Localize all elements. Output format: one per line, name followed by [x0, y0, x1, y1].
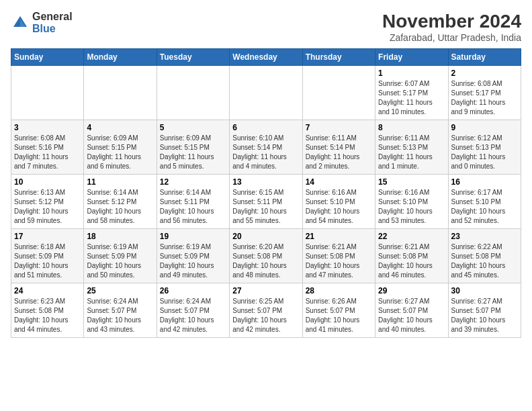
day-number: 5	[160, 123, 226, 132]
page-title: November 2024	[382, 11, 521, 32]
day-info: Sunrise: 6:16 AMSunset: 5:10 PMDaylight:…	[378, 188, 445, 226]
logo-icon	[11, 13, 30, 32]
logo: General Blue	[11, 11, 73, 34]
day-number: 11	[87, 177, 153, 187]
day-number: 24	[14, 286, 81, 295]
calendar-cell: 29Sunrise: 6:27 AMSunset: 5:07 PMDayligh…	[375, 283, 448, 338]
calendar-table: SundayMondayTuesdayWednesdayThursdayFrid…	[11, 48, 521, 338]
day-info: Sunrise: 6:08 AMSunset: 5:17 PMDaylight:…	[451, 79, 518, 117]
day-number: 21	[306, 232, 372, 241]
day-info: Sunrise: 6:26 AMSunset: 5:07 PMDaylight:…	[306, 297, 372, 334]
day-number: 23	[451, 232, 518, 241]
day-info: Sunrise: 6:27 AMSunset: 5:07 PMDaylight:…	[451, 297, 518, 334]
calendar-week-row: 3Sunrise: 6:08 AMSunset: 5:16 PMDaylight…	[11, 120, 521, 175]
day-number: 14	[306, 177, 372, 187]
day-number: 26	[160, 286, 226, 295]
day-number: 25	[87, 286, 153, 295]
day-number: 27	[232, 286, 299, 295]
day-info: Sunrise: 6:17 AMSunset: 5:10 PMDaylight:…	[451, 188, 518, 226]
page-subtitle: Zafarabad, Uttar Pradesh, India	[382, 32, 521, 43]
calendar-cell: 14Sunrise: 6:16 AMSunset: 5:10 PMDayligh…	[302, 175, 375, 229]
day-number: 28	[306, 286, 372, 295]
day-info: Sunrise: 6:23 AMSunset: 5:08 PMDaylight:…	[14, 297, 81, 334]
day-number: 20	[232, 232, 299, 241]
calendar-cell	[84, 66, 157, 120]
calendar-cell	[11, 66, 84, 120]
calendar-cell: 13Sunrise: 6:15 AMSunset: 5:11 PMDayligh…	[230, 175, 302, 229]
logo-general-text: General	[32, 11, 73, 22]
weekday-header-row: SundayMondayTuesdayWednesdayThursdayFrid…	[11, 49, 521, 66]
day-info: Sunrise: 6:07 AMSunset: 5:17 PMDaylight:…	[378, 79, 445, 117]
calendar-cell: 1Sunrise: 6:07 AMSunset: 5:17 PMDaylight…	[375, 66, 448, 120]
day-number: 15	[378, 177, 445, 187]
weekday-header: Saturday	[448, 49, 521, 66]
calendar-cell: 24Sunrise: 6:23 AMSunset: 5:08 PMDayligh…	[11, 283, 84, 338]
calendar-cell: 16Sunrise: 6:17 AMSunset: 5:10 PMDayligh…	[448, 175, 521, 229]
calendar-cell	[230, 66, 302, 120]
day-info: Sunrise: 6:22 AMSunset: 5:08 PMDaylight:…	[451, 242, 518, 280]
calendar-cell: 21Sunrise: 6:21 AMSunset: 5:08 PMDayligh…	[302, 229, 375, 283]
day-info: Sunrise: 6:09 AMSunset: 5:15 PMDaylight:…	[160, 134, 226, 171]
day-number: 13	[232, 177, 299, 187]
day-info: Sunrise: 6:08 AMSunset: 5:16 PMDaylight:…	[14, 134, 81, 171]
weekday-header: Tuesday	[157, 49, 229, 66]
calendar-cell: 3Sunrise: 6:08 AMSunset: 5:16 PMDaylight…	[11, 120, 84, 175]
calendar-cell: 6Sunrise: 6:10 AMSunset: 5:14 PMDaylight…	[230, 120, 302, 175]
day-number: 17	[14, 232, 81, 241]
day-info: Sunrise: 6:25 AMSunset: 5:07 PMDaylight:…	[232, 297, 299, 334]
weekday-header: Friday	[375, 49, 448, 66]
calendar-cell: 20Sunrise: 6:20 AMSunset: 5:08 PMDayligh…	[230, 229, 302, 283]
day-number: 4	[87, 123, 153, 132]
day-info: Sunrise: 6:24 AMSunset: 5:07 PMDaylight:…	[87, 297, 153, 334]
day-number: 2	[451, 68, 518, 78]
calendar-cell: 28Sunrise: 6:26 AMSunset: 5:07 PMDayligh…	[302, 283, 375, 338]
calendar-cell	[157, 66, 229, 120]
weekday-header: Thursday	[302, 49, 375, 66]
calendar-cell: 5Sunrise: 6:09 AMSunset: 5:15 PMDaylight…	[157, 120, 229, 175]
day-info: Sunrise: 6:16 AMSunset: 5:10 PMDaylight:…	[306, 188, 372, 226]
day-info: Sunrise: 6:18 AMSunset: 5:09 PMDaylight:…	[14, 242, 81, 280]
weekday-header: Wednesday	[230, 49, 302, 66]
day-number: 10	[14, 177, 81, 187]
day-info: Sunrise: 6:14 AMSunset: 5:11 PMDaylight:…	[160, 188, 226, 226]
weekday-header: Monday	[84, 49, 157, 66]
logo-blue-text: Blue	[32, 23, 56, 34]
title-block: November 2024 Zafarabad, Uttar Pradesh, …	[382, 11, 521, 43]
day-number: 19	[160, 232, 226, 241]
calendar-week-row: 10Sunrise: 6:13 AMSunset: 5:12 PMDayligh…	[11, 175, 521, 229]
day-number: 3	[14, 123, 81, 132]
day-info: Sunrise: 6:21 AMSunset: 5:08 PMDaylight:…	[306, 242, 372, 280]
day-info: Sunrise: 6:11 AMSunset: 5:13 PMDaylight:…	[378, 134, 445, 171]
day-number: 30	[451, 286, 518, 295]
day-number: 6	[232, 123, 299, 132]
calendar-cell: 4Sunrise: 6:09 AMSunset: 5:15 PMDaylight…	[84, 120, 157, 175]
calendar-cell: 12Sunrise: 6:14 AMSunset: 5:11 PMDayligh…	[157, 175, 229, 229]
calendar-week-row: 24Sunrise: 6:23 AMSunset: 5:08 PMDayligh…	[11, 283, 521, 338]
day-info: Sunrise: 6:13 AMSunset: 5:12 PMDaylight:…	[14, 188, 81, 226]
day-number: 18	[87, 232, 153, 241]
day-info: Sunrise: 6:12 AMSunset: 5:13 PMDaylight:…	[451, 134, 518, 171]
calendar-cell: 11Sunrise: 6:14 AMSunset: 5:12 PMDayligh…	[84, 175, 157, 229]
day-info: Sunrise: 6:10 AMSunset: 5:14 PMDaylight:…	[232, 134, 299, 171]
calendar-cell: 23Sunrise: 6:22 AMSunset: 5:08 PMDayligh…	[448, 229, 521, 283]
calendar-cell: 25Sunrise: 6:24 AMSunset: 5:07 PMDayligh…	[84, 283, 157, 338]
calendar-cell: 26Sunrise: 6:24 AMSunset: 5:07 PMDayligh…	[157, 283, 229, 338]
day-number: 29	[378, 286, 445, 295]
page-header: General Blue November 2024 Zafarabad, Ut…	[11, 11, 521, 43]
day-info: Sunrise: 6:19 AMSunset: 5:09 PMDaylight:…	[87, 242, 153, 280]
calendar-week-row: 1Sunrise: 6:07 AMSunset: 5:17 PMDaylight…	[11, 66, 521, 120]
calendar-cell: 2Sunrise: 6:08 AMSunset: 5:17 PMDaylight…	[448, 66, 521, 120]
day-number: 9	[451, 123, 518, 132]
day-number: 1	[378, 68, 445, 78]
calendar-cell: 9Sunrise: 6:12 AMSunset: 5:13 PMDaylight…	[448, 120, 521, 175]
calendar-week-row: 17Sunrise: 6:18 AMSunset: 5:09 PMDayligh…	[11, 229, 521, 283]
day-info: Sunrise: 6:24 AMSunset: 5:07 PMDaylight:…	[160, 297, 226, 334]
day-info: Sunrise: 6:19 AMSunset: 5:09 PMDaylight:…	[160, 242, 226, 280]
calendar-cell: 7Sunrise: 6:11 AMSunset: 5:14 PMDaylight…	[302, 120, 375, 175]
calendar-cell: 19Sunrise: 6:19 AMSunset: 5:09 PMDayligh…	[157, 229, 229, 283]
day-info: Sunrise: 6:11 AMSunset: 5:14 PMDaylight:…	[306, 134, 372, 171]
day-info: Sunrise: 6:20 AMSunset: 5:08 PMDaylight:…	[232, 242, 299, 280]
day-number: 7	[306, 123, 372, 132]
calendar-cell: 8Sunrise: 6:11 AMSunset: 5:13 PMDaylight…	[375, 120, 448, 175]
day-number: 12	[160, 177, 226, 187]
